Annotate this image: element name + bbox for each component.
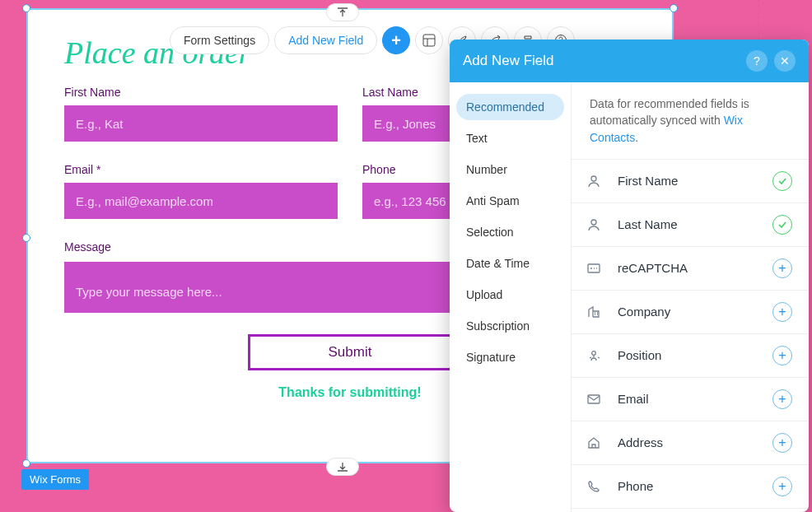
category-list: RecommendedTextNumberAnti SpamSelectionD…: [450, 82, 572, 512]
add-icon[interactable]: +: [772, 477, 792, 496]
field-option-phone[interactable]: Phone+: [572, 465, 809, 509]
submit-button[interactable]: Submit: [248, 334, 452, 370]
field-option-address[interactable]: Address+: [572, 421, 809, 465]
person-icon: [585, 217, 603, 232]
panel-close-button[interactable]: ✕: [774, 50, 796, 72]
add-icon[interactable]: +: [772, 258, 792, 278]
category-text[interactable]: Text: [456, 125, 564, 151]
resize-handle[interactable]: [22, 459, 30, 468]
field-option-label: Company: [618, 305, 772, 319]
first-name-input[interactable]: [64, 105, 338, 142]
add-icon[interactable]: +: [382, 26, 410, 54]
svg-point-5: [591, 176, 596, 181]
category-anti-spam[interactable]: Anti Spam: [456, 188, 564, 214]
field-option-label: Email: [618, 392, 772, 406]
home-icon: [585, 435, 603, 450]
resize-handle[interactable]: [22, 234, 30, 242]
field-option-position[interactable]: Position+: [572, 334, 809, 378]
panel-title: Add New Field: [463, 53, 740, 69]
stretch-handle-top[interactable]: [326, 3, 359, 21]
field-option-label: Last Name: [618, 217, 772, 231]
field-list: First NameLast NamereCAPTCHA+Company+Pos…: [572, 160, 809, 512]
field-option-recaptcha[interactable]: reCAPTCHA+: [572, 247, 809, 291]
resize-handle[interactable]: [22, 4, 30, 12]
phone-icon: [585, 479, 603, 494]
person-icon: [585, 174, 603, 189]
stretch-handle-bottom[interactable]: [326, 458, 359, 476]
component-tag[interactable]: Wix Forms: [21, 469, 89, 490]
panel-help-button[interactable]: ?: [746, 50, 768, 72]
field-option-label: First Name: [618, 174, 772, 188]
add-field-panel: Add New Field ? ✕ RecommendedTextNumberA…: [450, 40, 809, 512]
field-option-last-name[interactable]: Last Name: [572, 203, 809, 247]
category-signature[interactable]: Signature: [456, 344, 564, 370]
category-selection[interactable]: Selection: [456, 219, 564, 245]
field-option-label: Phone: [618, 479, 772, 493]
add-icon[interactable]: +: [772, 346, 792, 365]
field-label: Email *: [64, 163, 338, 176]
mail-icon: [585, 392, 603, 407]
form-settings-button[interactable]: Form Settings: [170, 26, 269, 54]
add-icon[interactable]: +: [772, 389, 792, 409]
category-number[interactable]: Number: [456, 156, 564, 183]
add-icon[interactable]: +: [772, 302, 792, 322]
category-subscription[interactable]: Subscription: [456, 313, 564, 339]
field-option-label: reCAPTCHA: [618, 261, 772, 275]
field-first-name[interactable]: First Name: [64, 86, 338, 142]
category-description: Data for recommended fields is automatic…: [572, 82, 809, 160]
field-option-company[interactable]: Company+: [572, 291, 809, 334]
email-input[interactable]: [64, 183, 338, 219]
position-icon: [585, 348, 603, 363]
field-option-birthday[interactable]: 17Birthday+: [572, 509, 809, 512]
company-icon: [585, 305, 603, 319]
check-icon[interactable]: [772, 215, 792, 235]
panel-header: Add New Field ? ✕: [450, 40, 809, 82]
category-recommended[interactable]: Recommended: [456, 94, 564, 120]
field-email[interactable]: Email *: [64, 163, 338, 219]
check-icon[interactable]: [772, 171, 792, 191]
resize-handle[interactable]: [670, 4, 678, 12]
layout-icon[interactable]: [415, 26, 443, 54]
desc-suffix: .: [635, 131, 638, 144]
category-date-time[interactable]: Date & Time: [456, 250, 564, 277]
field-option-label: Address: [618, 435, 772, 449]
field-option-first-name[interactable]: First Name: [572, 160, 809, 203]
captcha-icon: [585, 261, 603, 276]
field-option-label: Position: [618, 348, 772, 362]
svg-point-6: [591, 220, 596, 225]
field-option-email[interactable]: Email+: [572, 378, 809, 421]
svg-rect-9: [588, 395, 600, 403]
category-upload[interactable]: Upload: [456, 282, 564, 308]
field-label: First Name: [64, 86, 338, 99]
svg-point-8: [592, 351, 596, 356]
add-icon[interactable]: +: [772, 433, 792, 453]
add-new-field-button[interactable]: Add New Field: [274, 26, 377, 54]
svg-rect-0: [423, 35, 435, 46]
